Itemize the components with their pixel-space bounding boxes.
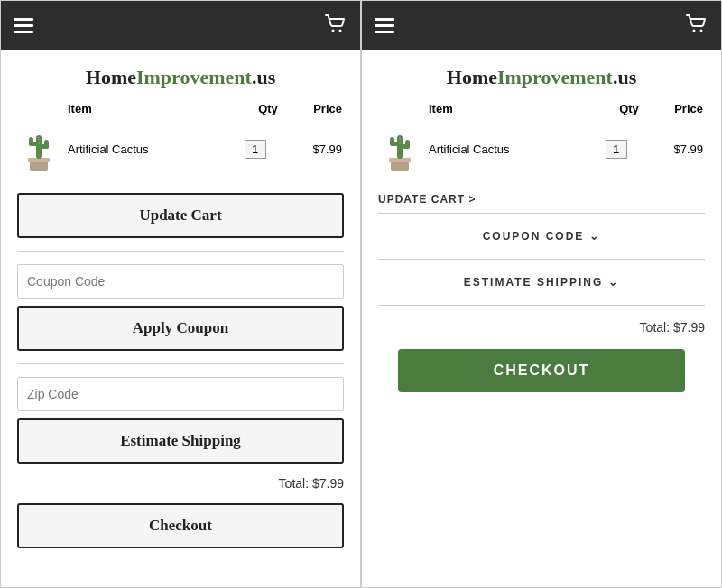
svg-rect-19 (405, 140, 410, 149)
right-divider-3 (378, 305, 705, 306)
product-image (19, 124, 59, 173)
left-panel: HomeImprovement.us Item Qty Price (0, 0, 361, 588)
right-logo: HomeImprovement.us (362, 50, 721, 98)
coupon-code-label: COUPON CODE (483, 230, 585, 243)
right-panel: HomeImprovement.us Item Qty Price (361, 0, 722, 588)
col-qty-header: Qty (230, 98, 280, 119)
col-item-header: Item (66, 98, 230, 119)
logo-part3: .us (252, 66, 275, 88)
coupon-code-input[interactable] (17, 264, 344, 299)
update-cart-button[interactable]: Update Cart (17, 193, 344, 238)
checkout-button[interactable]: Checkout (17, 503, 344, 548)
checkout-button-green[interactable]: CHECKOUT (398, 349, 685, 392)
left-cart-icon[interactable] (322, 10, 347, 41)
right-cart-icon[interactable] (683, 10, 708, 41)
shipping-chevron-icon: ⌄ (608, 276, 619, 289)
right-col-item-header: Item (427, 98, 591, 119)
right-product-price: $7.99 (641, 119, 705, 179)
product-name: Artificial Cactus (66, 119, 230, 179)
svg-point-12 (700, 30, 703, 32)
right-qty-value: 1 (606, 140, 627, 159)
update-cart-link[interactable]: UPDATE CART > (362, 186, 721, 207)
estimate-shipping-collapsible[interactable]: ESTIMATE SHIPPING ⌄ (362, 265, 721, 299)
right-divider-2 (378, 259, 705, 260)
product-price: $7.99 (280, 119, 344, 179)
right-col-price-header: Price (641, 98, 705, 119)
svg-point-11 (693, 30, 696, 32)
logo-part2: Improvement (136, 66, 252, 88)
right-col-qty-header: Qty (591, 98, 641, 119)
right-product-image (380, 124, 420, 173)
zip-code-input[interactable] (17, 377, 344, 411)
apply-coupon-button[interactable]: Apply Coupon (17, 306, 344, 351)
right-product-qty: 1 (591, 119, 641, 179)
product-qty: 1 (230, 119, 280, 179)
coupon-code-collapsible[interactable]: COUPON CODE ⌄ (362, 219, 721, 253)
right-logo-part1: Home (447, 66, 497, 88)
right-logo-part2: Improvement (497, 66, 613, 88)
svg-rect-8 (44, 140, 49, 149)
left-cart-table: Item Qty Price (1, 98, 360, 186)
right-product-name: Artificial Cactus (427, 119, 591, 179)
cart-total: Total: $7.99 (1, 471, 360, 496)
divider-1 (17, 251, 344, 252)
right-table-row: Artificial Cactus 1 $7.99 (378, 119, 705, 179)
right-menu-icon[interactable] (375, 18, 394, 33)
left-menu-icon[interactable] (14, 18, 33, 33)
svg-rect-17 (390, 137, 394, 145)
svg-point-1 (339, 30, 342, 32)
table-row: Artificial Cactus 1 $7.99 (17, 119, 344, 179)
right-cart-table: Item Qty Price (362, 98, 721, 186)
estimate-shipping-button[interactable]: Estimate Shipping (17, 418, 344, 464)
col-price-header: Price (280, 98, 344, 119)
svg-point-0 (332, 30, 335, 32)
estimate-shipping-label: ESTIMATE SHIPPING (464, 276, 603, 289)
left-header (1, 1, 360, 50)
left-logo: HomeImprovement.us (1, 50, 360, 98)
svg-rect-6 (29, 137, 33, 145)
right-header (362, 1, 721, 50)
right-logo-part3: .us (613, 66, 636, 88)
qty-value: 1 (245, 140, 266, 159)
coupon-chevron-icon: ⌄ (589, 230, 600, 243)
divider-2 (17, 363, 344, 364)
right-cart-total: Total: $7.99 (362, 311, 721, 340)
logo-part1: Home (86, 66, 136, 88)
right-divider-1 (378, 213, 705, 214)
